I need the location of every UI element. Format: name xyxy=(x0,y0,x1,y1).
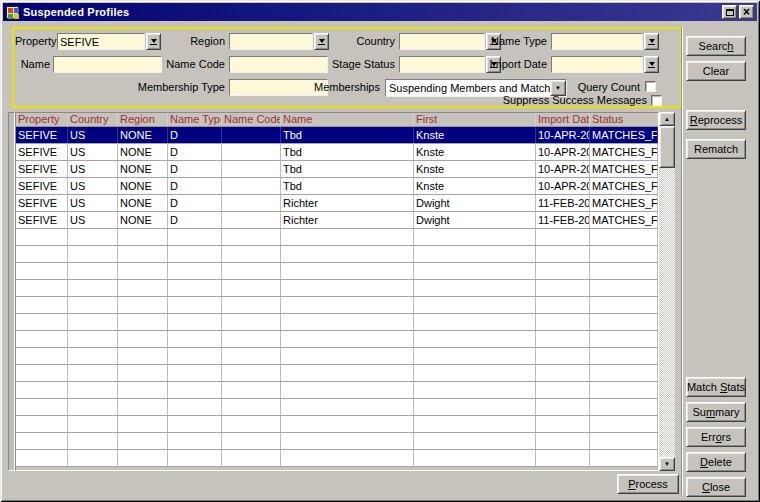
match-stats-button[interactable]: Match Stats xyxy=(686,377,746,397)
query-count-checkbox[interactable] xyxy=(645,81,656,92)
table-cell: US xyxy=(68,161,118,177)
table-empty-row[interactable] xyxy=(16,297,658,314)
memberships-label: Memberships xyxy=(308,79,380,96)
table-empty-row[interactable] xyxy=(16,399,658,416)
table-cell xyxy=(222,144,281,160)
table-cell xyxy=(414,450,536,466)
table-row[interactable]: SEFIVEUSNONEDTbdKnste10-APR-2013MATCHES_… xyxy=(16,161,658,178)
table-cell xyxy=(222,161,281,177)
table-cell xyxy=(68,416,118,432)
table-cell xyxy=(118,229,168,245)
property-lov-button[interactable] xyxy=(146,33,161,50)
table-cell xyxy=(536,280,590,296)
table-cell xyxy=(16,331,68,347)
table-empty-row[interactable] xyxy=(16,433,658,450)
table-cell xyxy=(118,399,168,415)
table-empty-row[interactable] xyxy=(16,280,658,297)
delete-button[interactable]: Delete xyxy=(686,452,746,472)
table-cell xyxy=(118,280,168,296)
table-row[interactable]: SEFIVEUSNONEDTbdKnste10-APR-2013MATCHES_… xyxy=(16,178,658,195)
table-cell xyxy=(222,348,281,364)
scroll-up-icon[interactable]: ▲ xyxy=(659,112,675,126)
errors-button[interactable]: Errors xyxy=(686,427,746,447)
scrollbar-thumb[interactable] xyxy=(659,126,675,168)
table-cell xyxy=(281,399,414,415)
suppress-success-messages-checkbox[interactable] xyxy=(651,95,662,106)
table-empty-row[interactable] xyxy=(16,382,658,399)
table-cell: SEFIVE xyxy=(16,178,68,194)
table-cell xyxy=(414,348,536,364)
table-cell: NONE xyxy=(118,127,168,143)
table-cell xyxy=(168,280,222,296)
suspended-profiles-window: Suspended Profiles × Property Region Cou… xyxy=(0,0,760,502)
table-cell xyxy=(590,246,658,262)
record-selector-strip[interactable] xyxy=(8,112,15,471)
close-button[interactable]: × xyxy=(739,5,754,19)
table-cell xyxy=(16,382,68,398)
table-cell: Dwight xyxy=(414,212,536,228)
summary-button[interactable]: Summary xyxy=(686,402,746,422)
table-cell: SEFIVE xyxy=(16,212,68,228)
table-empty-row[interactable] xyxy=(16,263,658,280)
search-button[interactable]: Search xyxy=(686,36,746,56)
membership-type-label: Membership Type xyxy=(135,79,225,96)
table-cell xyxy=(590,382,658,398)
name-label: Name xyxy=(10,56,50,73)
table-cell xyxy=(16,280,68,296)
table-row[interactable]: SEFIVEUSNONEDTbdKnste10-APR-2013MATCHES_… xyxy=(16,144,658,161)
scroll-down-icon[interactable]: ▼ xyxy=(659,457,675,471)
name-type-field[interactable] xyxy=(551,33,643,50)
table-cell: Dwight xyxy=(414,195,536,211)
titlebar[interactable]: Suspended Profiles × xyxy=(3,3,757,21)
country-field[interactable] xyxy=(399,33,485,50)
table-empty-row[interactable] xyxy=(16,365,658,382)
reprocess-button[interactable]: Reprocess xyxy=(686,110,746,130)
table-empty-row[interactable] xyxy=(16,348,658,365)
table-cell xyxy=(118,450,168,466)
region-lov-button[interactable] xyxy=(314,33,329,50)
table-empty-row[interactable] xyxy=(16,246,658,263)
table-cell xyxy=(414,263,536,279)
table-scrollbar[interactable]: ▲ ▼ xyxy=(659,112,675,471)
region-field[interactable] xyxy=(229,33,313,50)
clear-button[interactable]: Clear xyxy=(686,61,746,81)
table-cell xyxy=(414,280,536,296)
property-field[interactable] xyxy=(57,33,145,50)
table-empty-row[interactable] xyxy=(16,450,658,467)
table-cell: US xyxy=(68,178,118,194)
table-cell xyxy=(536,382,590,398)
table-row[interactable]: SEFIVEUSNONEDRichterDwight11-FEB-2013MAT… xyxy=(16,195,658,212)
table-empty-row[interactable] xyxy=(16,229,658,246)
table-cell: 10-APR-2013 xyxy=(536,127,590,143)
name-field[interactable] xyxy=(53,56,162,73)
table-cell xyxy=(68,314,118,330)
maximize-button[interactable] xyxy=(722,5,737,19)
table-cell xyxy=(16,297,68,313)
table-cell: D xyxy=(168,178,222,194)
table-cell: Knste xyxy=(414,161,536,177)
table-cell xyxy=(16,348,68,364)
table-cell xyxy=(536,348,590,364)
process-button[interactable]: Process xyxy=(617,474,679,494)
table-cell xyxy=(16,263,68,279)
table-cell xyxy=(222,178,281,194)
import-date-field[interactable] xyxy=(551,56,643,73)
table-cell xyxy=(68,297,118,313)
close-button-bottom[interactable]: Close xyxy=(686,477,746,497)
name-code-field[interactable] xyxy=(229,56,328,73)
rematch-button[interactable]: Rematch xyxy=(686,139,746,159)
table-cell xyxy=(118,263,168,279)
panel-separator xyxy=(681,27,683,495)
table-cell xyxy=(118,382,168,398)
close-icon: × xyxy=(743,7,750,17)
table-row[interactable]: SEFIVEUSNONEDRichterDwight11-FEB-2013MAT… xyxy=(16,212,658,229)
table-cell xyxy=(118,331,168,347)
table-row[interactable]: SEFIVEUSNONEDTbdKnste10-APR-2013MATCHES_… xyxy=(16,127,658,144)
table-cell xyxy=(118,365,168,381)
stage-status-field[interactable] xyxy=(399,56,485,73)
table-empty-row[interactable] xyxy=(16,416,658,433)
name-type-lov-button[interactable] xyxy=(644,33,659,50)
table-empty-row[interactable] xyxy=(16,331,658,348)
table-empty-row[interactable] xyxy=(16,314,658,331)
import-date-lov-button[interactable] xyxy=(644,56,659,73)
